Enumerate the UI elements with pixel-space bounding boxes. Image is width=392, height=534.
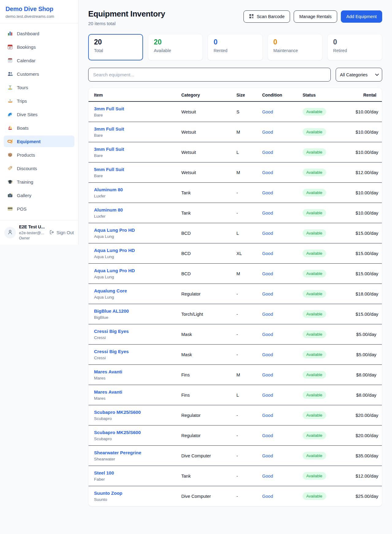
stat-card-retired[interactable]: 0Retired [327, 34, 382, 60]
scan-barcode-label: Scan Barcode [257, 14, 285, 19]
table-row: Cressi Big EyesCressiMask-GoodAvailable$… [89, 324, 382, 345]
stat-card-available[interactable]: 20Available [148, 34, 203, 60]
condition-link[interactable]: Good [262, 352, 273, 357]
condition-link[interactable]: Good [262, 271, 273, 276]
category-select[interactable]: All Categories [336, 68, 382, 82]
stat-label: Total [94, 48, 137, 53]
sidebar-item-equipment[interactable]: Equipment [4, 135, 74, 147]
add-equipment-button[interactable]: Add Equipment [341, 10, 382, 23]
sailboat-icon [7, 125, 13, 131]
condition-link[interactable]: Good [262, 251, 273, 256]
table-row: Steel 100FaberTank-GoodAvailable$12.00/d… [89, 466, 382, 486]
item-link[interactable]: Cressi Big Eyes [94, 329, 129, 334]
item-link[interactable]: Aqualung Core [94, 288, 127, 293]
stats-row: 20Total20Available0Rented0Maintenance0Re… [88, 34, 382, 60]
item-link[interactable]: Scubapro MK25/S600 [94, 430, 141, 435]
stat-card-total[interactable]: 20Total [88, 34, 143, 60]
item-link[interactable]: Suunto Zoop [94, 490, 122, 496]
category-cell: Torch/Light [179, 304, 234, 324]
page-title: Equipment Inventory [88, 9, 165, 19]
category-cell: Tank [179, 203, 234, 223]
item-brand: Bare [94, 133, 176, 138]
item-link[interactable]: Cressi Big Eyes [94, 349, 129, 354]
item-link[interactable]: Steel 100 [94, 470, 114, 475]
sidebar-item-discounts[interactable]: Discounts [4, 162, 74, 174]
stat-card-maintenance[interactable]: 0Maintenance [268, 34, 322, 60]
sidebar-item-bookings[interactable]: 17Bookings [4, 41, 74, 53]
condition-link[interactable]: Good [262, 130, 273, 135]
sidebar: Demo Dive Shop demo.test.divestreams.com… [0, 0, 78, 245]
item-link[interactable]: Aluminum 80 [94, 187, 123, 192]
item-link[interactable]: 5mm Full Suit [94, 167, 124, 172]
manage-rentals-button[interactable]: Manage Rentals [294, 10, 337, 23]
item-link[interactable]: Aqua Lung Pro HD [94, 248, 135, 253]
condition-link[interactable]: Good [262, 332, 273, 337]
sidebar-item-dashboard[interactable]: Dashboard [4, 28, 74, 39]
sidebar-item-label: Gallery [17, 193, 32, 198]
sidebar-item-boats[interactable]: Boats [4, 122, 74, 134]
condition-link[interactable]: Good [262, 312, 273, 317]
item-link[interactable]: Aluminum 80 [94, 207, 123, 212]
sidebar-item-dive-sites[interactable]: Dive Sites [4, 109, 74, 120]
condition-link[interactable]: Good [262, 413, 273, 418]
item-link[interactable]: Aqua Lung Pro HD [94, 227, 135, 233]
condition-link[interactable]: Good [262, 433, 273, 438]
item-link[interactable]: Mares Avanti [94, 369, 122, 374]
size-cell: - [234, 284, 260, 304]
condition-link[interactable]: Good [262, 292, 273, 296]
condition-link[interactable]: Good [262, 190, 273, 195]
item-link[interactable]: BigBlue AL1200 [94, 308, 129, 314]
item-link[interactable]: Mares Avanti [94, 389, 122, 395]
item-link[interactable]: Aqua Lung Pro HD [94, 268, 135, 273]
sidebar-item-pos[interactable]: POS [4, 203, 74, 215]
size-cell: - [234, 304, 260, 324]
item-brand: Mares [94, 376, 176, 380]
sidebar-item-products[interactable]: Products [4, 149, 74, 161]
item-link[interactable]: 3mm Full Suit [94, 106, 124, 111]
item-link[interactable]: Scubapro MK25/S600 [94, 410, 141, 415]
camera-icon [7, 193, 13, 198]
table-row: Suunto ZoopSuuntoDive Computer-GoodAvail… [89, 486, 382, 506]
calendar-date-icon: 17 [7, 44, 13, 50]
table-header-row: ItemCategorySizeConditionStatusRental [89, 88, 382, 101]
condition-link[interactable]: Good [262, 453, 273, 458]
sidebar-item-trips[interactable]: Trips [4, 95, 74, 107]
condition-link[interactable]: Good [262, 211, 273, 216]
condition-link[interactable]: Good [262, 109, 273, 114]
condition-link[interactable]: Good [262, 170, 273, 175]
condition-link[interactable]: Good [262, 372, 273, 377]
sidebar-nav: Dashboard17BookingsCalendarCustomersTour… [0, 23, 78, 220]
condition-link[interactable]: Good [262, 474, 273, 479]
sidebar-item-training[interactable]: Training [4, 176, 74, 188]
item-link[interactable]: 3mm Full Suit [94, 126, 124, 132]
sign-out-button[interactable]: Sign Out [49, 230, 74, 236]
stat-card-rented[interactable]: 0Rented [208, 34, 262, 60]
condition-link[interactable]: Good [262, 150, 273, 155]
scan-barcode-button[interactable]: Scan Barcode [243, 10, 290, 23]
rental-cell: $18.00/day [353, 284, 382, 304]
sidebar-item-gallery[interactable]: Gallery [4, 189, 74, 201]
status-badge: Available [303, 492, 326, 500]
qr-code-icon [249, 14, 254, 20]
item-link[interactable]: Shearwater Peregrine [94, 450, 141, 455]
brand-domain: demo.test.divestreams.com [6, 14, 73, 19]
stat-value: 0 [273, 38, 317, 46]
condition-link[interactable]: Good [262, 494, 273, 499]
sidebar-item-label: Boats [17, 125, 28, 131]
sidebar-item-tours[interactable]: Tours [4, 82, 74, 93]
category-cell: Regulator [179, 425, 234, 446]
add-equipment-label: Add Equipment [346, 14, 377, 19]
condition-link[interactable]: Good [262, 231, 273, 236]
condition-link[interactable]: Good [262, 393, 273, 398]
category-cell: Wetsuit [179, 142, 234, 162]
sidebar-item-label: Calendar [17, 58, 36, 63]
search-input[interactable] [88, 68, 331, 82]
app-root: Demo Dive Shop demo.test.divestreams.com… [0, 0, 392, 523]
dive-mask-icon [7, 139, 13, 144]
sidebar-item-label: Discounts [17, 166, 37, 171]
people-icon [7, 71, 13, 77]
sidebar-item-customers[interactable]: Customers [4, 68, 74, 80]
category-cell: BCD [179, 264, 234, 284]
sidebar-item-calendar[interactable]: Calendar [4, 55, 74, 66]
item-link[interactable]: 3mm Full Suit [94, 147, 124, 152]
